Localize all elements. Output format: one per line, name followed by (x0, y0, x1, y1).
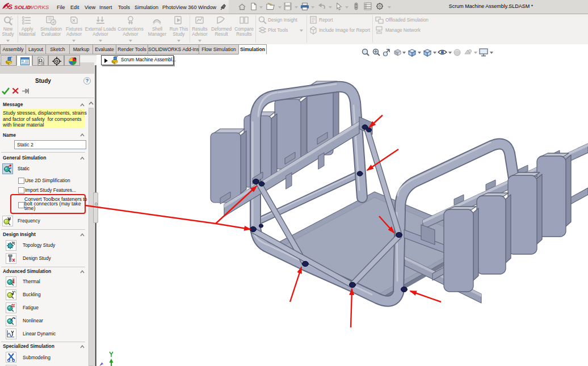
svg-text:S: S (9, 3, 13, 10)
svg-text:WORKS: WORKS (28, 4, 49, 10)
